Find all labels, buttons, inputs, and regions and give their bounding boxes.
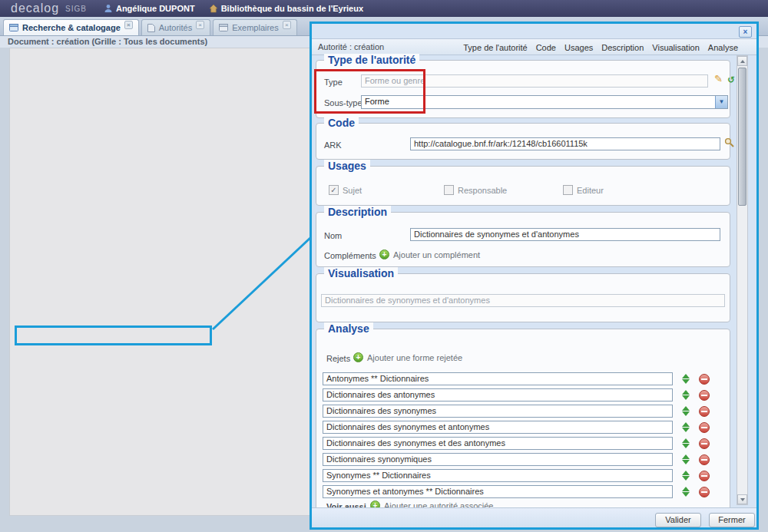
visualisation-legend: Visualisation <box>324 267 398 279</box>
checkbox-icon[interactable] <box>329 185 339 195</box>
add-rejet-button[interactable]: + Ajouter une forme rejetée <box>353 352 462 362</box>
nom-label: Nom <box>324 231 342 240</box>
rejet-input[interactable]: Dictionnaires des synonymes <box>323 405 673 418</box>
rejet-row: Dictionnaires des synonymes et des anton… <box>323 437 718 451</box>
nav-visualisation[interactable]: Visualisation <box>652 43 700 52</box>
reorder-icon[interactable] <box>682 454 690 464</box>
delete-icon[interactable] <box>699 374 710 385</box>
top-bar: decalog SIGB Angélique DUPONT Bibliothèq… <box>0 0 768 17</box>
add-complement-button[interactable]: + Ajouter un complément <box>379 249 480 259</box>
delete-icon[interactable] <box>699 406 710 417</box>
complements-label: Compléments <box>324 251 376 260</box>
edit-pencil-icon[interactable]: ✎ <box>714 73 723 84</box>
rejet-row: Synonymes ** Dictionnaires <box>323 469 718 483</box>
scroll-up-icon[interactable] <box>737 56 747 66</box>
rejet-input[interactable]: Dictionnaires des synonymes et antonymes <box>323 421 673 434</box>
current-library[interactable]: Bibliothèque du bassin de l'Eyrieux <box>209 4 363 13</box>
dialog-scrollbar[interactable] <box>737 55 748 505</box>
reorder-icon[interactable] <box>682 471 690 481</box>
app-window: decalog SIGB Angélique DUPONT Bibliothèq… <box>0 0 768 532</box>
valider-button[interactable]: Valider <box>655 513 701 527</box>
usages-section: Usages <box>316 166 730 206</box>
document-tab-icon <box>147 24 155 32</box>
dialog-header: Autorité : création Type de l'autorité C… <box>312 38 756 55</box>
usage-sujet: Sujet <box>329 185 362 195</box>
reorder-icon[interactable] <box>682 406 690 416</box>
usages-legend: Usages <box>324 160 370 172</box>
tab-recherche-catalogage[interactable]: Recherche & catalogage × <box>3 19 139 35</box>
analyse-modal-legend: Analyse <box>324 322 373 335</box>
nav-type-autorite[interactable]: Type de l'autorité <box>463 43 527 52</box>
tab-autorites[interactable]: Autorités × <box>141 19 210 35</box>
rejet-input[interactable]: Antonymes ** Dictionnaires <box>323 372 673 385</box>
rejet-row: Dictionnaires des antonymes <box>323 388 718 402</box>
ark-input[interactable]: http://catalogue.bnf.fr/ark:/12148/cb166… <box>410 137 720 150</box>
rejet-row: Dictionnaires des synonymes <box>323 405 718 418</box>
sigb-label: SIGB <box>65 5 87 13</box>
nav-description[interactable]: Description <box>601 43 644 52</box>
delete-icon[interactable] <box>699 390 710 401</box>
delete-icon[interactable] <box>699 454 710 465</box>
nav-analyse[interactable]: Analyse <box>708 43 738 52</box>
selection-highlight-box <box>15 325 212 345</box>
reorder-icon[interactable] <box>682 487 690 497</box>
usage-responsable: Responsable <box>444 185 507 195</box>
catalog-tab-icon <box>9 24 18 31</box>
rejet-input[interactable]: Synonymes et antonymes ** Dictionnaires <box>323 485 673 498</box>
nom-input[interactable]: Dictionnaires de synonymes et d'antonyme… <box>410 228 720 241</box>
reorder-icon[interactable] <box>682 422 690 432</box>
tab-close-icon[interactable]: × <box>283 21 291 29</box>
error-highlight-box <box>314 69 425 114</box>
delete-icon[interactable] <box>699 471 710 481</box>
visualisation-input: Dictionnaires de synonymes et d'antonyme… <box>321 294 725 307</box>
rejet-row: Dictionnaires des synonymes et antonymes <box>323 421 718 435</box>
reorder-icon[interactable] <box>682 390 690 400</box>
rejet-input[interactable]: Dictionnaires des antonymes <box>323 388 673 401</box>
reorder-icon[interactable] <box>682 374 690 384</box>
rejets-label: Rejets <box>326 354 350 363</box>
scrollbar-thumb[interactable] <box>738 68 746 206</box>
ark-label: ARK <box>324 140 342 150</box>
decalog-logo: decalog <box>11 2 59 15</box>
tab-exemplaires[interactable]: Exemplaires × <box>213 19 297 35</box>
reorder-icon[interactable] <box>682 438 690 448</box>
tab-close-icon[interactable]: × <box>124 21 133 29</box>
rejet-row: Antonymes ** Dictionnaires <box>323 372 718 386</box>
home-icon <box>209 4 218 13</box>
tab-close-icon[interactable]: × <box>196 21 204 29</box>
autorite-creation-dialog: × Autorité : création Type de l'autorité… <box>310 21 759 530</box>
code-legend: Code <box>324 117 359 129</box>
rejet-row: Synonymes et antonymes ** Dictionnaires <box>323 485 718 499</box>
reset-type-icon[interactable]: ↺ <box>727 74 735 85</box>
usage-editeur: Editeur <box>563 185 604 195</box>
delete-icon[interactable] <box>699 438 710 449</box>
copies-tab-icon <box>219 24 228 31</box>
rejet-input[interactable]: Dictionnaires des synonymes et des anton… <box>323 437 673 450</box>
nav-usages[interactable]: Usages <box>564 43 593 52</box>
checkbox-icon[interactable] <box>563 185 573 195</box>
user-icon <box>104 4 113 13</box>
rejet-input[interactable]: Dictionnaires synonymiques <box>323 453 673 466</box>
description-legend: Description <box>324 206 391 218</box>
close-icon[interactable]: × <box>739 26 752 38</box>
rejet-row: Dictionnaires synonymiques <box>323 453 718 467</box>
dialog-title: Autorité : création <box>318 42 384 51</box>
checkbox-icon[interactable] <box>444 185 454 195</box>
delete-icon[interactable] <box>699 422 710 433</box>
rejet-input[interactable]: Synonymes ** Dictionnaires <box>323 469 673 482</box>
plus-icon: + <box>379 249 389 259</box>
type-autorite-legend: Type de l'autorité <box>324 54 419 66</box>
plus-icon: + <box>353 352 363 362</box>
search-icon[interactable] <box>724 137 734 147</box>
current-user[interactable]: Angélique DUPONT <box>104 4 195 13</box>
dialog-nav: Type de l'autorité Code Usages Descripti… <box>463 39 738 56</box>
delete-icon[interactable] <box>699 487 710 497</box>
chevron-down-icon[interactable]: ▼ <box>715 96 727 108</box>
scroll-down-icon[interactable] <box>737 494 747 504</box>
fermer-button[interactable]: Fermer <box>709 513 755 527</box>
dialog-footer: Valider Fermer <box>312 507 756 527</box>
nav-code[interactable]: Code <box>536 43 556 52</box>
